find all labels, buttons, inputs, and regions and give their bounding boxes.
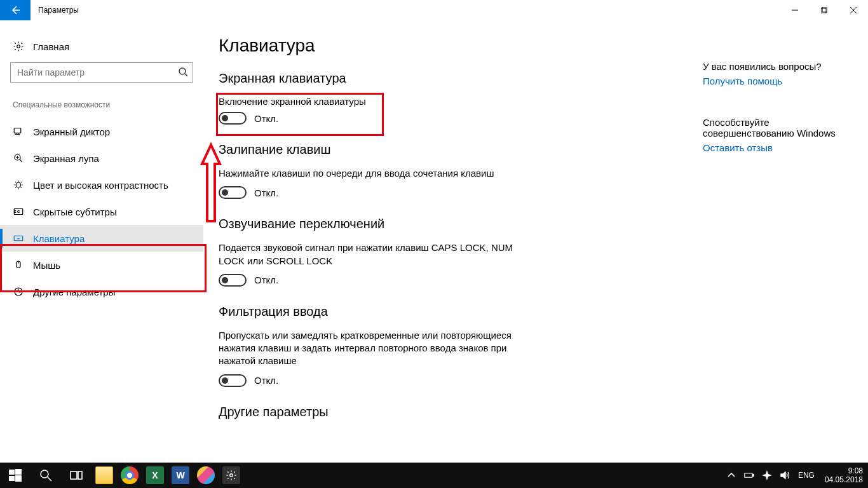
get-help-link[interactable]: Получить помощь — [703, 76, 853, 86]
task-view-button[interactable] — [61, 463, 92, 488]
paint-icon — [197, 466, 215, 484]
sidebar-item-captions[interactable]: Скрытые субтитры — [10, 198, 193, 225]
captions-icon — [13, 206, 24, 217]
airplane-icon — [762, 470, 772, 480]
taskbar-app-excel[interactable] — [142, 463, 168, 488]
taskbar-search-button[interactable] — [31, 463, 61, 488]
clock-time: 9:08 — [825, 466, 863, 475]
word-icon — [172, 466, 189, 484]
svg-rect-11 — [9, 470, 15, 475]
sidebar-item-contrast[interactable]: Цвет и высокая контрастность — [10, 172, 193, 198]
sidebar-item-label: Экранная лупа — [33, 153, 99, 164]
setting-label: Включение экранной клавиатуры — [219, 96, 677, 107]
excel-icon — [146, 466, 164, 484]
contrast-icon — [13, 179, 24, 191]
windows-icon — [9, 469, 22, 482]
tray-network[interactable] — [760, 470, 774, 480]
sidebar-item-label: Скрытые субтитры — [33, 207, 117, 217]
svg-rect-7 — [14, 209, 23, 215]
toggle-sound-keys[interactable] — [219, 274, 247, 287]
taskbar-app-chrome[interactable] — [117, 463, 142, 488]
setting-desc: Пропускать или замедлять кратковременные… — [219, 329, 536, 368]
home-label: Главная — [33, 41, 69, 52]
section-filter-keys: Фильтрация ввода Пропускать или замедлят… — [219, 304, 677, 387]
battery-icon — [744, 470, 754, 480]
back-button[interactable] — [0, 0, 31, 20]
minimize-button[interactable] — [780, 0, 810, 20]
taskbar-app-paint[interactable] — [193, 463, 219, 488]
taskbar-app-settings[interactable] — [219, 463, 244, 488]
close-button[interactable] — [839, 0, 868, 20]
maximize-icon — [821, 7, 827, 13]
taskbar-app-explorer[interactable] — [92, 463, 117, 488]
improve-text: Способствуйте совершенствованию Windows — [703, 117, 853, 139]
sidebar-item-label: Клавиатура — [33, 233, 85, 244]
close-icon — [850, 7, 857, 13]
other-icon — [13, 286, 24, 297]
section-title: Залипание клавиш — [219, 142, 677, 157]
svg-rect-17 — [78, 471, 82, 479]
section-onscreen-keyboard: Экранная клавиатура Включение экранной к… — [219, 71, 677, 125]
svg-point-2 — [17, 45, 20, 48]
right-column: У вас появились вопросы? Получить помощь… — [703, 20, 868, 463]
toggle-state: Откл. — [254, 113, 278, 124]
sidebar-item-mouse[interactable]: Мышь — [10, 252, 193, 278]
gear-icon — [222, 466, 240, 484]
toggle-state: Откл. — [254, 274, 278, 285]
sidebar-item-other[interactable]: Другие параметры — [10, 278, 193, 305]
page-title: Клавиатура — [219, 36, 677, 56]
sidebar: Главная Специальные возможности Экранный… — [0, 20, 203, 463]
svg-rect-16 — [71, 471, 77, 479]
toggle-onscreen-keyboard[interactable] — [219, 112, 247, 125]
sidebar-item-label: Экранный диктор — [33, 126, 110, 137]
tray-chevron[interactable] — [724, 470, 738, 480]
volume-icon — [780, 470, 790, 480]
svg-rect-0 — [821, 8, 826, 13]
search-icon — [39, 469, 52, 482]
sidebar-item-narrator[interactable]: Экранный диктор — [10, 118, 193, 145]
tray-battery[interactable] — [742, 470, 756, 480]
sidebar-item-magnifier[interactable]: Экранная лупа — [10, 145, 193, 172]
svg-rect-19 — [745, 473, 752, 477]
taskbar: ENG 9:08 04.05.2018 — [0, 463, 868, 488]
feedback-link[interactable]: Оставить отзыв — [703, 142, 853, 153]
task-view-icon — [70, 469, 83, 482]
search-input[interactable] — [10, 62, 193, 83]
sidebar-item-keyboard[interactable]: Клавиатура — [0, 225, 203, 252]
svg-point-3 — [179, 68, 186, 74]
start-button[interactable] — [0, 463, 31, 488]
language-indicator[interactable]: ENG — [796, 471, 817, 480]
chrome-icon — [121, 466, 139, 484]
sidebar-item-label: Цвет и высокая контрастность — [33, 180, 168, 191]
svg-rect-20 — [753, 474, 754, 476]
arrow-left-icon — [10, 5, 20, 15]
keyboard-icon — [13, 233, 24, 244]
toggle-sticky-keys[interactable] — [219, 186, 247, 199]
toggle-filter-keys[interactable] — [219, 374, 247, 387]
gear-icon — [13, 41, 24, 52]
svg-rect-12 — [15, 469, 22, 475]
svg-rect-13 — [9, 476, 15, 481]
taskbar-app-word[interactable] — [168, 463, 193, 488]
section-title: Фильтрация ввода — [219, 304, 677, 319]
svg-rect-4 — [14, 128, 21, 133]
sidebar-item-label: Другие параметры — [33, 287, 116, 297]
mouse-icon — [13, 259, 24, 271]
svg-rect-14 — [15, 475, 22, 482]
toggle-state: Откл. — [254, 375, 278, 386]
search-wrap — [10, 62, 193, 83]
minimize-icon — [792, 7, 798, 13]
help-question: У вас появились вопросы? — [703, 61, 853, 72]
svg-point-6 — [16, 182, 21, 187]
clock[interactable]: 9:08 04.05.2018 — [821, 466, 863, 485]
window-title: Параметры — [31, 6, 79, 15]
category-label: Специальные возможности — [10, 100, 193, 109]
maximize-button[interactable] — [810, 0, 839, 20]
window-controls — [780, 0, 868, 20]
clock-date: 04.05.2018 — [825, 475, 863, 484]
tray-volume[interactable] — [778, 470, 792, 480]
home-button[interactable]: Главная — [10, 36, 193, 62]
section-title: Другие параметры — [219, 405, 677, 419]
svg-point-18 — [230, 474, 233, 477]
narrator-icon — [13, 126, 24, 137]
